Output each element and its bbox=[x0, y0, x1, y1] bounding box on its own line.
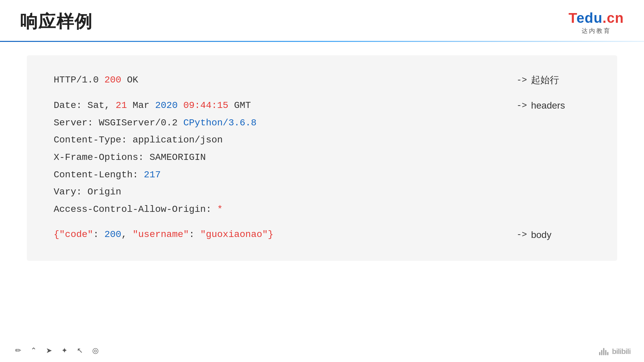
content-type-line: Content-Type: application/json bbox=[54, 132, 590, 148]
start-line-text: HTTP/1.0 200 OK bbox=[54, 72, 496, 88]
start-line: HTTP/1.0 200 OK -> 起始行 bbox=[54, 72, 590, 88]
date-time: 09:44:15 bbox=[183, 100, 228, 111]
content-type-text: Content-Type: application/json bbox=[54, 132, 590, 148]
arrow-icon[interactable]: ➤ bbox=[44, 346, 54, 355]
status-code: 200 bbox=[104, 75, 121, 85]
logo-subtitle: 达内教育 bbox=[582, 27, 611, 35]
server-key: Server: WSGIServer/0.2 bbox=[54, 118, 183, 128]
body-sep1: : bbox=[93, 229, 105, 240]
headers-annotation: -> headers bbox=[517, 98, 590, 114]
arrow-start: -> bbox=[517, 73, 527, 87]
logo-t: T bbox=[569, 10, 577, 26]
body-username-val: "guoxiaonao" bbox=[200, 229, 268, 240]
bar5 bbox=[607, 352, 608, 355]
body-label: body bbox=[531, 227, 551, 243]
bili-bars bbox=[599, 348, 608, 355]
bilibili-watermark: bilibili bbox=[599, 347, 631, 356]
toolbar: ✏ ⌃ ➤ ✦ ↖ ◎ bbox=[13, 346, 100, 355]
content-length-key: Content-Length: bbox=[54, 170, 144, 180]
code-block: HTTP/1.0 200 OK -> 起始行 Date: Sat, 21 Mar… bbox=[54, 72, 590, 243]
body-annotation: -> body bbox=[517, 227, 590, 243]
bar2 bbox=[601, 350, 602, 355]
http-version: HTTP/1.0 bbox=[54, 75, 104, 85]
star-icon[interactable]: ✦ bbox=[60, 346, 69, 355]
x-frame-text: X-Frame-Options: SAMEORIGIN bbox=[54, 149, 590, 166]
vary-line: Vary: Origin bbox=[54, 184, 590, 200]
acl-key: Access-Control-Allow-Origin: bbox=[54, 204, 217, 215]
bar1 bbox=[599, 352, 600, 355]
content-length-val: 217 bbox=[144, 170, 161, 180]
status-ok: OK bbox=[121, 75, 138, 85]
logo-cn: cn bbox=[607, 10, 624, 26]
date-day: 21 bbox=[116, 100, 127, 111]
pencil-icon[interactable]: ✏ bbox=[13, 346, 23, 355]
page-title: 响应样例 bbox=[20, 10, 93, 34]
server-line: Server: WSGIServer/0.2 CPython/3.6.8 bbox=[54, 115, 590, 131]
arrow-body: -> bbox=[517, 227, 527, 242]
content-type-key: Content-Type: application/json bbox=[54, 135, 223, 145]
bilibili-logo: bilibili bbox=[612, 347, 631, 356]
body-code-val: 200 bbox=[104, 229, 121, 240]
server-text: Server: WSGIServer/0.2 CPython/3.6.8 bbox=[54, 115, 590, 131]
server-val: CPython/3.6.8 bbox=[183, 118, 256, 128]
body-brace-close: } bbox=[268, 229, 274, 240]
date-mar: Mar bbox=[127, 100, 155, 111]
date-sat: Sat, bbox=[88, 100, 116, 111]
bar3 bbox=[603, 348, 604, 355]
arrow-headers: -> bbox=[517, 98, 527, 113]
date-line: Date: Sat, 21 Mar 2020 09:44:15 GMT -> h… bbox=[54, 98, 590, 114]
x-frame-line: X-Frame-Options: SAMEORIGIN bbox=[54, 149, 590, 166]
content-length-line: Content-Length: 217 bbox=[54, 167, 590, 183]
logo-dot: . bbox=[602, 10, 607, 26]
date-year: 2020 bbox=[155, 100, 177, 111]
body-line: {"code": 200, "username": "guoxiaonao"} … bbox=[54, 227, 590, 243]
vary-key: Vary: Origin bbox=[54, 187, 121, 197]
x-frame-key: X-Frame-Options: SAMEORIGIN bbox=[54, 152, 206, 163]
logo-area: Tedu.cn 达内教育 bbox=[569, 10, 624, 35]
body-text: {"code": 200, "username": "guoxiaonao"} bbox=[54, 227, 496, 243]
logo-edu: edu bbox=[577, 10, 603, 26]
content-area: HTTP/1.0 200 OK -> 起始行 Date: Sat, 21 Mar… bbox=[27, 55, 617, 261]
start-annotation: -> 起始行 bbox=[517, 72, 590, 88]
cursor-icon[interactable]: ↖ bbox=[75, 346, 85, 355]
body-username-key: "username" bbox=[132, 229, 189, 240]
acl-line: Access-Control-Allow-Origin: * bbox=[54, 201, 590, 218]
start-label: 起始行 bbox=[531, 72, 559, 88]
body-sep3: : bbox=[189, 229, 200, 240]
headers-label: headers bbox=[531, 98, 565, 114]
date-text: Date: Sat, 21 Mar 2020 09:44:15 GMT bbox=[54, 98, 496, 114]
body-brace-open: {"code" bbox=[54, 229, 93, 240]
date-key: Date: bbox=[54, 100, 88, 111]
divider bbox=[0, 41, 644, 42]
vary-text: Vary: Origin bbox=[54, 184, 590, 200]
acl-text: Access-Control-Allow-Origin: * bbox=[54, 201, 590, 218]
content-length-text: Content-Length: 217 bbox=[54, 167, 590, 183]
body-sep2: , bbox=[121, 229, 133, 240]
header: 响应样例 Tedu.cn 达内教育 bbox=[0, 0, 644, 35]
logo: Tedu.cn bbox=[569, 10, 624, 26]
bar4 bbox=[605, 350, 606, 355]
circle-icon[interactable]: ◎ bbox=[91, 346, 100, 355]
date-gmt: GMT bbox=[228, 100, 251, 111]
acl-val: * bbox=[217, 204, 223, 215]
up-icon[interactable]: ⌃ bbox=[29, 346, 38, 355]
